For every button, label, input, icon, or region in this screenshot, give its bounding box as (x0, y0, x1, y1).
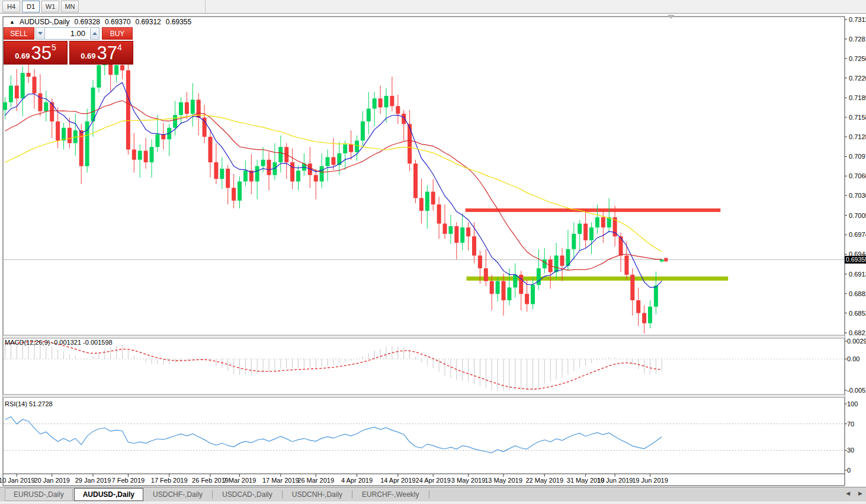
buy-price-digits: 37 (97, 44, 117, 62)
sell-price-box[interactable]: 0.69 35 5 (4, 41, 68, 65)
chart-ohlc-header: ▲ AUDUSD-,Daily 0.69328 0.69370 0.69312 … (9, 18, 191, 26)
sell-price-digits: 35 (31, 44, 52, 62)
tab-scroll-controls: ◀ ▶ (846, 490, 862, 496)
tab-separator (352, 490, 352, 499)
candlestick-series (3, 46, 664, 333)
sell-price-pipette: 5 (52, 43, 56, 52)
tab-eurusd-daily[interactable]: EURUSD-,Daily (5, 488, 73, 501)
high-value: 0.69370 (105, 18, 130, 26)
rsi-line (5, 417, 662, 453)
macd-signal-line (5, 342, 662, 390)
buy-button[interactable]: BUY (102, 27, 133, 40)
ma-mid (5, 101, 662, 270)
low-value: 0.69312 (135, 18, 161, 26)
last-price-marker (664, 258, 668, 262)
chart-tab-bar: EURUSD-,Daily AUDUSD-,Daily USDCHF-,Dail… (0, 487, 866, 502)
buy-price-pipette: 4 (117, 43, 122, 52)
close-value: 0.69355 (166, 18, 191, 26)
tab-usdcnh-daily[interactable]: USDCNH-,Daily (284, 489, 351, 500)
statusbar-edge (0, 502, 866, 504)
chart-canvas[interactable] (0, 0, 866, 487)
tab-usdcad-daily[interactable]: USDCAD-,Daily (214, 489, 281, 500)
tab-audusd-daily[interactable]: AUDUSD-,Daily (74, 488, 143, 501)
symbol-marker-icon: ▲ (9, 19, 15, 25)
sell-price-prefix: 0.69 (15, 50, 30, 62)
volume-increase-button[interactable] (90, 27, 100, 40)
symbol-label: AUDUSD-,Daily (20, 18, 70, 26)
tab-scroll-left-icon[interactable]: ◀ (846, 490, 850, 496)
scroll-to-end-icon[interactable] (668, 15, 675, 19)
buy-price-box[interactable]: 0.69 37 4 (69, 41, 133, 65)
tab-separator (429, 490, 429, 499)
tab-separator (282, 490, 283, 499)
open-value: 0.69328 (75, 18, 100, 26)
sell-button[interactable]: SELL (4, 27, 34, 40)
buy-price-prefix: 0.69 (81, 50, 95, 62)
tab-separator (212, 490, 213, 499)
mt4-window: H4 D1 W1 MN 0.731150.728100.725050.72200… (0, 0, 866, 504)
tab-usdchf-daily[interactable]: USDCHF-,Daily (145, 489, 211, 500)
macd-label: MACD(12,26,9) -0.001321 -0.001598 (5, 339, 113, 346)
ma-slow (5, 115, 662, 251)
triangle-up-icon (92, 32, 97, 35)
rsi-label: RSI(14) 51.2728 (5, 400, 53, 407)
one-click-trading-panel: SELL BUY 0.69 35 5 0.69 37 4 (4, 27, 133, 65)
triangle-down-icon (38, 32, 43, 35)
tab-eurchf-weekly[interactable]: EURCHF-,Weekly (354, 489, 427, 500)
volume-input[interactable] (45, 27, 89, 40)
tab-scroll-right-icon[interactable]: ▶ (858, 490, 862, 496)
volume-decrease-button[interactable] (36, 27, 45, 40)
